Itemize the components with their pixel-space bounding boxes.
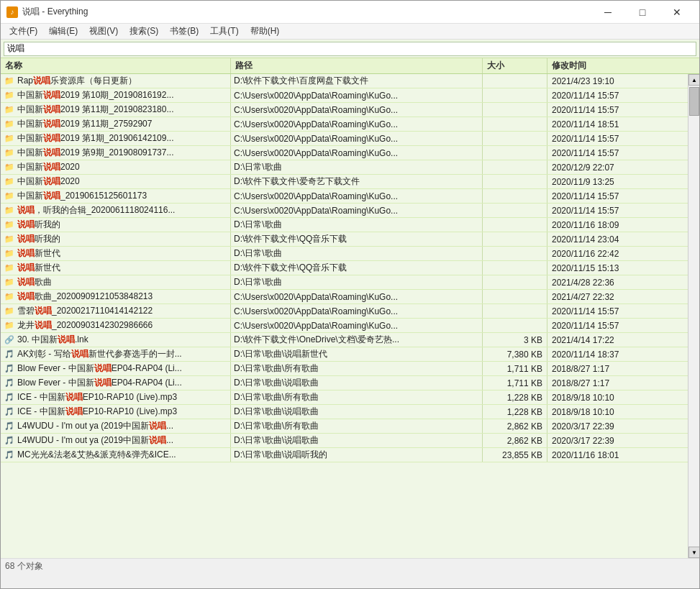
cell-modified: 2021/4/14 17:22 [547, 333, 699, 347]
cell-name: 📁说唱歌曲_20200909121053848213 [1, 290, 231, 303]
table-row[interactable]: 📁说唱，听我的合辑_2020061118024116...C:\Users\x0… [1, 204, 699, 218]
table-row[interactable]: 📁中国新说唱_20190615125601173C:\Users\x0020\A… [1, 189, 699, 204]
folder-icon: 📁 [4, 133, 15, 145]
table-row[interactable]: 🎵Blow Fever - 中国新说唱EP04-RAP04 (Li...D:\日… [1, 362, 699, 376]
title-bar: ♪ 说唱 - Everything ─ □ ✕ [1, 1, 699, 24]
cell-size [483, 189, 547, 203]
cell-name: 🎵Blow Fever - 中国新说唱EP04-RAP04 (Li... [1, 376, 231, 390]
app-icon: ♪ [6, 6, 18, 18]
cell-path: D:\日常\歌曲\所有歌曲 [231, 362, 483, 375]
cell-name: 📁中国新说唱2019 第11期_20190823180... [1, 103, 231, 117]
cell-size [483, 117, 547, 131]
cell-name: 📁中国新说唱2019 第1期_201906142109... [1, 132, 231, 145]
table-row[interactable]: 📁说唱新世代D:\日常\歌曲2020/11/16 22:42 [1, 247, 699, 261]
table-row[interactable]: 🎵ICE - 中国新说唱EP10-RAP10 (Live).mp3D:\日常\歌… [1, 391, 699, 405]
menu-item[interactable]: 书签(B) [164, 24, 204, 40]
search-input[interactable] [4, 42, 696, 56]
folder-icon: 📁 [4, 234, 15, 245]
cell-size [483, 290, 547, 303]
table-row[interactable]: 📁中国新说唱2019 第10期_20190816192...C:\Users\x… [1, 88, 699, 103]
table-row[interactable]: 📁中国新说唱2020D:\软件下载文件\爱奇艺下载文件2020/11/9 13:… [1, 175, 699, 189]
cell-size: 2,862 KB [483, 419, 547, 433]
table-row[interactable]: 📁说唱歌曲D:\日常\歌曲2021/4/28 22:36 [1, 275, 699, 290]
cell-modified: 2018/9/18 10:10 [547, 391, 699, 404]
cell-modified: 2020/11/14 18:37 [547, 347, 699, 361]
table-row[interactable]: 📁雪碧说唱_20200217110414142122C:\Users\x0020… [1, 304, 699, 319]
cell-modified: 2020/11/14 15:57 [547, 319, 699, 332]
audio-icon: 🎵 [4, 449, 15, 461]
table-row[interactable]: 📁中国新说唱2019 第11期_20190823180...C:\Users\x… [1, 103, 699, 117]
table-body: 📁Rap说唱乐资源库（每日更新）D:\软件下载文件\百度网盘下载文件2021/4… [1, 74, 699, 574]
table-row[interactable]: 📁中国新说唱2019 第11期_27592907C:\Users\x0020\A… [1, 117, 699, 132]
cell-size: 7,380 KB [483, 347, 547, 361]
table-row[interactable]: 📁中国新说唱2019 第9期_201908091737...C:\Users\x… [1, 146, 699, 160]
cell-size: 3 KB [483, 333, 547, 347]
table-row[interactable]: 📁中国新说唱2020D:\日常\歌曲2020/12/9 22:07 [1, 160, 699, 175]
scroll-up-button[interactable]: ▲ [688, 74, 699, 86]
status-count: 68 个对象 [5, 560, 43, 572]
col-header-modified[interactable]: 修改时间 [547, 58, 699, 73]
cell-name: 📁说唱新世代 [1, 247, 231, 260]
table-row[interactable]: 🎵AK刘彰 - 写给说唱新世代参赛选手的一封...D:\日常\歌曲\说唱新世代7… [1, 347, 699, 362]
cell-modified: 2021/4/28 22:36 [547, 275, 699, 289]
folder-icon: 📁 [4, 147, 15, 159]
scroll-down-button[interactable]: ▼ [688, 547, 699, 558]
table-row[interactable]: 🎵L4WUDU - I'm out ya (2019中国新说唱...D:\日常\… [1, 434, 699, 448]
col-header-size[interactable]: 大小 [483, 58, 547, 73]
table-row[interactable]: 🎵MC光光&法老&艾热&派克特&弹壳&ICE...D:\日常\歌曲\说唱听我的2… [1, 448, 699, 462]
scroll-thumb[interactable] [689, 87, 699, 116]
minimize-button[interactable]: ─ [591, 1, 624, 24]
table-row[interactable]: 📁中国新说唱2019 第1期_201906142109...C:\Users\x… [1, 132, 699, 146]
menu-item[interactable]: 帮助(H) [245, 24, 286, 40]
table-row[interactable]: 📁说唱歌曲_20200909121053848213C:\Users\x0020… [1, 290, 699, 304]
cell-modified: 2018/9/18 10:10 [547, 405, 699, 419]
table-row[interactable]: 🎵Blow Fever - 中国新说唱EP04-RAP04 (Li...D:\日… [1, 376, 699, 391]
cell-modified: 2020/11/9 13:25 [547, 175, 699, 188]
table-row[interactable]: 📁龙井说唱_20200903142302986666C:\Users\x0020… [1, 319, 699, 333]
menu-item[interactable]: 文件(F) [4, 24, 43, 40]
cell-modified: 2020/11/16 18:09 [547, 218, 699, 232]
table-row[interactable]: 📁说唱听我的D:\软件下载文件\QQ音乐下载2020/11/14 23:04 [1, 232, 699, 247]
cell-path: C:\Users\x0020\AppData\Roaming\KuGo... [231, 319, 483, 332]
cell-path: D:\软件下载文件\QQ音乐下载 [231, 261, 483, 275]
cell-path: C:\Users\x0020\AppData\Roaming\KuGo... [231, 103, 483, 117]
status-bar: 68 个对象 [1, 558, 699, 574]
table-row[interactable]: 📁说唱新世代D:\软件下载文件\QQ音乐下载2020/11/15 15:13 [1, 261, 699, 275]
menu-item[interactable]: 工具(T) [204, 24, 244, 40]
menu-item[interactable]: 视图(V) [83, 24, 124, 40]
table-row[interactable]: 🎵L4WUDU - I'm out ya (2019中国新说唱...D:\日常\… [1, 419, 699, 434]
cell-name: 🎵L4WUDU - I'm out ya (2019中国新说唱... [1, 419, 231, 433]
menu-item[interactable]: 编辑(E) [43, 24, 83, 40]
cell-size [483, 275, 547, 289]
window-controls: ─ □ ✕ [591, 1, 694, 24]
window-title: 说唱 - Everything [22, 6, 591, 18]
cell-name: 📁说唱，听我的合辑_2020061118024116... [1, 204, 231, 217]
cell-name: 📁中国新说唱2019 第11期_27592907 [1, 117, 231, 131]
cell-path: C:\Users\x0020\AppData\Roaming\KuGo... [231, 132, 483, 145]
col-header-path[interactable]: 路径 [231, 58, 483, 73]
menu-item[interactable]: 搜索(S) [124, 24, 164, 40]
cell-size: 23,855 KB [483, 448, 547, 462]
cell-size: 1,711 KB [483, 376, 547, 390]
table-row[interactable]: 📁Rap说唱乐资源库（每日更新）D:\软件下载文件\百度网盘下载文件2021/4… [1, 74, 699, 88]
close-button[interactable]: ✕ [660, 1, 694, 24]
cell-modified: 2021/4/23 19:10 [547, 74, 699, 88]
cell-path: C:\Users\x0020\AppData\Roaming\KuGo... [231, 146, 483, 160]
table-row[interactable]: 📁说唱听我的D:\日常\歌曲2020/11/16 18:09 [1, 218, 699, 232]
cell-name: 🎵MC光光&法老&艾热&派克特&弹壳&ICE... [1, 448, 231, 462]
col-header-name[interactable]: 名称 [1, 58, 231, 73]
cell-name: 📁说唱听我的 [1, 232, 231, 246]
cell-modified: 2020/11/14 15:57 [547, 103, 699, 117]
vertical-scrollbar[interactable]: ▲ ▼ [688, 74, 699, 558]
cell-size: 2,862 KB [483, 434, 547, 447]
cell-modified: 2020/12/9 22:07 [547, 160, 699, 174]
table-row[interactable]: 🔗30. 中国新说唱.lnkD:\软件下载文件\OneDrive\文档\爱奇艺热… [1, 333, 699, 347]
cell-name: 📁中国新说唱2020 [1, 160, 231, 174]
cell-name: 🔗30. 中国新说唱.lnk [1, 333, 231, 347]
maximize-button[interactable]: □ [626, 1, 659, 24]
cell-path: D:\日常\歌曲 [231, 218, 483, 232]
table-row[interactable]: 🎵ICE - 中国新说唱EP10-RAP10 (Live).mp3D:\日常\歌… [1, 405, 699, 419]
scroll-track[interactable] [688, 86, 699, 547]
cell-name: 🎵Blow Fever - 中国新说唱EP04-RAP04 (Li... [1, 362, 231, 375]
cell-modified: 2020/11/14 15:57 [547, 88, 699, 102]
